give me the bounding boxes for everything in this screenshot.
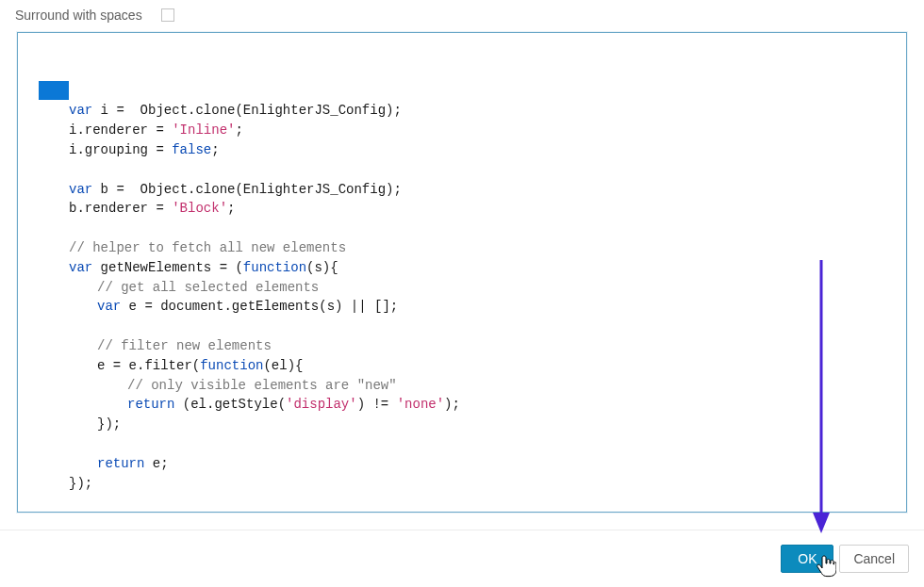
code-line: var b = Object.clone(EnlighterJS_Config)…	[18, 180, 906, 200]
code-line: return (el.getStyle('display') != 'none'…	[18, 395, 906, 415]
code-line: b.renderer = 'Block';	[18, 199, 906, 219]
selection-highlight	[39, 81, 69, 100]
code-line	[18, 434, 906, 454]
surround-label: Surround with spaces	[15, 8, 142, 23]
code-line: });	[18, 415, 906, 434]
code-line	[18, 160, 906, 180]
code-line: // helper to fetch all new elements	[18, 238, 906, 258]
code-line: // get all selected elements	[18, 278, 906, 298]
cancel-button[interactable]: Cancel	[839, 545, 909, 573]
code-editor[interactable]: var i = Object.clone(EnlighterJS_Config)…	[17, 32, 907, 513]
surround-checkbox[interactable]	[161, 8, 174, 22]
code-line: // only visible elements are "new"	[18, 376, 906, 396]
code-line: return e;	[18, 454, 906, 474]
code-line: // filter new elements	[18, 336, 906, 356]
ok-button-label: OK	[798, 551, 817, 566]
option-row-surround: Surround with spaces	[0, 0, 924, 30]
code-line	[18, 317, 906, 336]
code-line: var getNewElements = (function(s){	[18, 258, 906, 278]
divider	[0, 530, 924, 530]
code-line: var e = document.getElements(s) || [];	[18, 297, 906, 317]
dialog-buttons: OK Cancel	[781, 545, 909, 573]
ok-button[interactable]: OK	[781, 545, 833, 573]
cancel-button-label: Cancel	[853, 551, 895, 566]
code-line	[18, 219, 906, 238]
code-line: });	[18, 474, 906, 494]
code-line: i.renderer = 'Inline';	[18, 121, 906, 140]
code-line: var i = Object.clone(EnlighterJS_Config)…	[18, 101, 906, 121]
code-line: e = e.filter(function(el){	[18, 356, 906, 376]
code-line: i.grouping = false;	[18, 140, 906, 160]
